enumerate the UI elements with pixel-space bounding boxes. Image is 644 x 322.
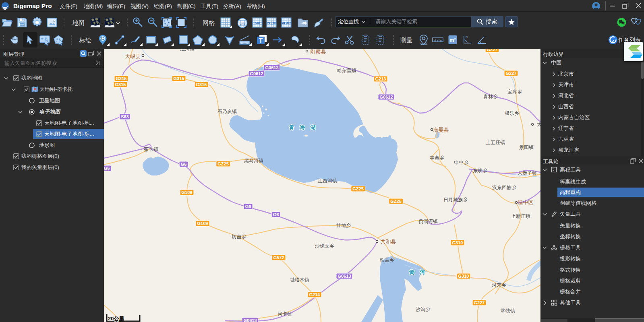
svg-text:N┼M: N┼M xyxy=(267,21,275,25)
svg-text:KM: KM xyxy=(255,21,260,25)
svg-text:m²: m² xyxy=(449,37,456,43)
svg-text:N: N xyxy=(466,35,468,38)
svg-text:MGRS: MGRS xyxy=(281,21,292,25)
svg-text:Lng: Lng xyxy=(240,22,246,25)
